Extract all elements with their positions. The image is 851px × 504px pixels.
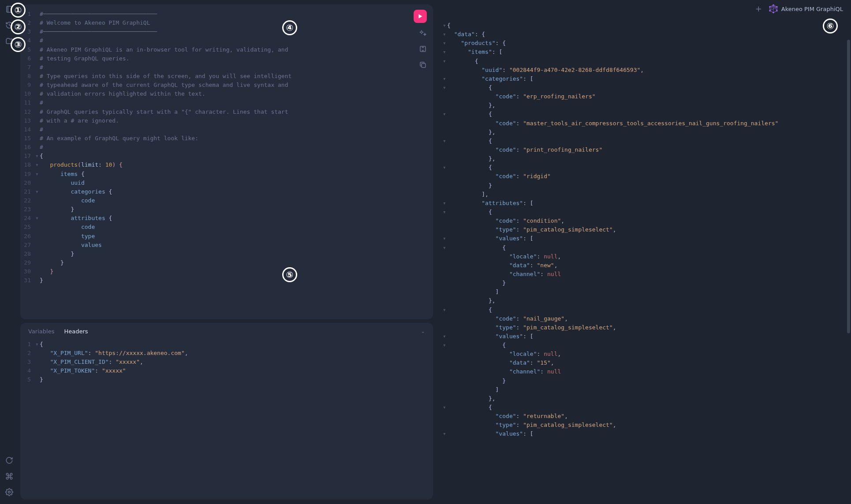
code-line: ▾ { — [435, 83, 851, 92]
code-line: 24▾ attributes { — [20, 214, 433, 223]
code-line: ▾ "attributes": [ — [435, 199, 851, 208]
code-line: 7# — [20, 63, 433, 72]
app-title: Akeneo PIM GraphiQL — [781, 6, 843, 12]
code-line: ▾ { — [435, 57, 851, 66]
code-line: }, — [435, 394, 851, 403]
response-content: ▾{▾ "data": {▾ "products": {▾ "items": [… — [435, 18, 851, 504]
settings-icon[interactable] — [5, 488, 13, 496]
code-line: 2# Welcome to Akeneo PIM GraphiQL — [20, 19, 433, 27]
tab-headers[interactable]: Headers — [64, 328, 88, 335]
code-line: ▾ { — [435, 403, 851, 412]
history-icon[interactable] — [5, 21, 13, 29]
tab-variables[interactable]: Variables — [28, 328, 54, 335]
code-line: "code": "erp_roofing_nailers" — [435, 92, 851, 101]
code-line: 1▾{ — [20, 340, 433, 349]
svg-rect-0 — [7, 6, 11, 12]
svg-point-10 — [769, 6, 770, 7]
code-line: 4 "X_PIM_TOKEN": "xxxxx" — [20, 366, 433, 375]
code-line: 17▾{ — [20, 152, 433, 161]
code-line: }, — [435, 128, 851, 137]
svg-point-9 — [769, 10, 770, 11]
headers-editor-content[interactable]: 1▾{2 "X_PIM_URL": "https://xxxxx.akeneo.… — [20, 337, 433, 500]
code-line: "code": "nail_gauge", — [435, 314, 851, 323]
code-line: }, — [435, 101, 851, 110]
code-line: ▾ "values": [ — [435, 332, 851, 341]
editor-tools: Variables Headers ⌄ 1▾{2 "X_PIM_URL": "h… — [20, 323, 433, 500]
code-line: ▾{ — [435, 21, 851, 30]
code-line: 5} — [20, 375, 433, 384]
svg-point-5 — [773, 4, 774, 6]
code-line: 13# with a # are ignored. — [20, 116, 433, 125]
code-line: "code": "master_tools_air_compressors_to… — [435, 119, 851, 128]
code-line: ] — [435, 287, 851, 296]
code-line: 4# — [20, 36, 433, 45]
code-line: "code": "condition", — [435, 217, 851, 225]
code-line: "channel": null — [435, 270, 851, 279]
code-line: 18▾ products(limit: 10) { — [20, 161, 433, 169]
explorer-icon[interactable] — [5, 37, 13, 45]
code-line: "type": "pim_catalog_simpleselect", — [435, 225, 851, 234]
code-line: 30 } — [20, 267, 433, 276]
code-line: "code": "ridgid" — [435, 172, 851, 181]
prettify-icon[interactable] — [419, 29, 427, 37]
execute-button[interactable] — [414, 10, 427, 23]
code-line: ▾ "data": { — [435, 30, 851, 39]
play-icon — [417, 13, 423, 19]
code-line: 27 values — [20, 241, 433, 250]
code-line: 29 } — [20, 258, 433, 267]
code-line: 2 "X_PIM_URL": "https://xxxxx.akeneo.com… — [20, 349, 433, 358]
tab-bar: + Akeneo PIM GraphiQL — [435, 0, 851, 18]
code-line: ▾ { — [435, 163, 851, 172]
code-line: "data": "15", — [435, 358, 851, 367]
code-line: 1#───────────────────────────────── — [20, 10, 433, 19]
collapse-tools-icon[interactable]: ⌄ — [421, 329, 425, 334]
code-line: 28 } — [20, 250, 433, 258]
code-line: 14# — [20, 125, 433, 134]
code-line: "type": "pim_catalog_simpleselect", — [435, 421, 851, 429]
code-line: "code": "returnable", — [435, 412, 851, 421]
code-line: } — [435, 181, 851, 190]
code-line: 3#───────────────────────────────── — [20, 27, 433, 36]
code-line: 8# Type queries into this side of the sc… — [20, 72, 433, 81]
refetch-icon[interactable] — [5, 456, 13, 464]
code-line: 21▾ categories { — [20, 187, 433, 196]
shortcuts-icon[interactable] — [5, 472, 13, 480]
svg-point-8 — [773, 12, 774, 13]
add-tab-button[interactable]: + — [755, 5, 762, 13]
code-line: ▾ { — [435, 341, 851, 350]
svg-point-7 — [776, 10, 777, 11]
code-line: ▾ "values": [ — [435, 429, 851, 438]
app-logo: Akeneo PIM GraphiQL — [769, 4, 843, 13]
code-line: 20 uuid — [20, 179, 433, 187]
code-line: 9# typeahead aware of the current GraphQ… — [20, 81, 433, 90]
response-viewer[interactable]: ▾{▾ "data": {▾ "products": {▾ "items": [… — [435, 18, 851, 504]
code-line: ▾ { — [435, 208, 851, 217]
svg-rect-3 — [422, 63, 426, 67]
code-line: 5# Akeneo PIM GraphiQL is an in-browser … — [20, 45, 433, 54]
code-line: 3 "X_PIM_CLIENT_ID": "xxxxx", — [20, 358, 433, 366]
code-line: 16# — [20, 143, 433, 152]
app-sidebar — [0, 0, 19, 504]
code-line: ▾ { — [435, 110, 851, 119]
code-line: ▾ "products": { — [435, 39, 851, 48]
code-line: ] — [435, 385, 851, 394]
query-editor[interactable]: 1#─────────────────────────────────2# We… — [20, 4, 433, 319]
code-line: 11# — [20, 98, 433, 107]
code-line: "locale": null, — [435, 350, 851, 358]
code-line: "uuid": "002844f9-a470-42e2-8268-ddfd8f6… — [435, 66, 851, 75]
code-line: "data": "new", — [435, 261, 851, 270]
svg-point-1 — [8, 491, 11, 493]
query-editor-content[interactable]: 1#─────────────────────────────────2# We… — [20, 4, 433, 319]
graphql-logo-icon — [769, 4, 778, 13]
svg-point-6 — [776, 6, 777, 7]
code-line: } — [435, 279, 851, 287]
copy-icon[interactable] — [419, 61, 427, 69]
code-line: 23 } — [20, 205, 433, 214]
code-line: }, — [435, 296, 851, 305]
code-line: 19▾ items { — [20, 170, 433, 179]
code-line: ▾ "values": [ — [435, 234, 851, 243]
code-line: ▾ { — [435, 306, 851, 314]
merge-icon[interactable] — [419, 45, 427, 53]
response-scrollbar[interactable] — [847, 40, 850, 499]
docs-icon[interactable] — [5, 5, 13, 13]
